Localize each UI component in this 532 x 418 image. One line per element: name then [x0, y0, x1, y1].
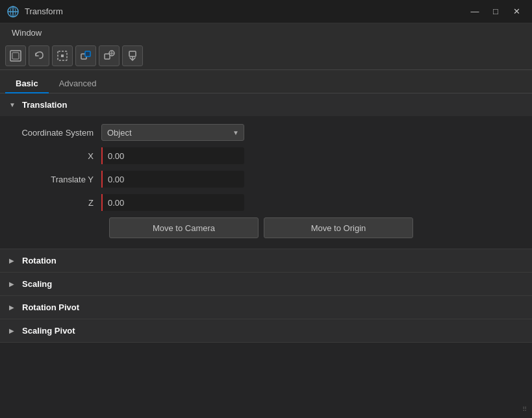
select-tool-button[interactable]	[5, 45, 26, 66]
svg-rect-9	[85, 51, 90, 56]
maximize-button[interactable]: □	[487, 5, 505, 19]
move-down-tool-button[interactable]	[122, 45, 143, 66]
window-title: Transform	[25, 6, 63, 16]
translation-title: Translation	[22, 100, 67, 110]
minimize-button[interactable]: —	[466, 5, 484, 19]
undo-tool-button[interactable]	[29, 45, 49, 66]
scaling-section: Scaling	[0, 273, 532, 296]
z-control	[101, 194, 522, 211]
coordinate-system-select-wrapper: Object World Local Screen ▼	[101, 124, 244, 141]
app-logo	[6, 5, 19, 18]
title-bar: Transform — □ ✕	[0, 0, 532, 23]
translate-y-label: Translate Y	[10, 175, 101, 184]
translation-section: Translation Coordinate System Object Wor…	[0, 93, 532, 249]
menu-bar: Window	[0, 23, 532, 42]
move-to-origin-button[interactable]: Move to Origin	[264, 217, 413, 238]
rotation-chevron	[9, 257, 17, 264]
translation-body: Coordinate System Object World Local Scr…	[0, 116, 532, 249]
coordinate-system-select[interactable]: Object World Local Screen	[101, 124, 244, 141]
toolbar	[0, 42, 532, 70]
select-tool-icon	[10, 50, 21, 62]
tab-basic[interactable]: Basic	[5, 75, 49, 93]
rotation-pivot-section-header[interactable]: Rotation Pivot	[0, 296, 532, 319]
close-button[interactable]: ✕	[507, 5, 526, 19]
move-to-camera-button[interactable]: Move to Camera	[109, 217, 259, 238]
rotation-pivot-chevron	[9, 304, 17, 311]
scaling-chevron	[9, 280, 17, 288]
rotation-title: Rotation	[22, 256, 57, 265]
translate-y-row: Translate Y	[10, 171, 522, 188]
title-bar-left: Transform	[6, 5, 63, 18]
translation-chevron	[9, 101, 17, 108]
coordinate-system-control: Object World Local Screen ▼	[101, 124, 522, 141]
rotation-section-header[interactable]: Rotation	[0, 249, 532, 272]
z-label: Z	[10, 198, 101, 208]
move-object-target-tool-icon	[103, 50, 115, 62]
move-object-target-tool-button[interactable]	[99, 45, 120, 66]
bottom-dots-indicator: ⠿	[522, 406, 527, 413]
scaling-pivot-section: Scaling Pivot	[0, 319, 532, 343]
scaling-title: Scaling	[22, 279, 52, 289]
coordinate-system-row: Coordinate System Object World Local Scr…	[10, 124, 522, 141]
svg-rect-14	[129, 51, 136, 56]
x-control	[101, 147, 522, 164]
z-input[interactable]	[101, 194, 244, 211]
x-row: X	[10, 147, 522, 164]
z-row: Z	[10, 194, 522, 211]
rotation-pivot-title: Rotation Pivot	[22, 302, 79, 312]
svg-rect-5	[12, 53, 19, 59]
scaling-pivot-title: Scaling Pivot	[22, 326, 75, 336]
undo-tool-icon	[33, 50, 45, 62]
x-label: X	[10, 151, 101, 161]
content-area: Translation Coordinate System Object Wor…	[0, 93, 532, 418]
title-bar-controls: — □ ✕	[466, 5, 526, 19]
rotation-section: Rotation	[0, 249, 532, 273]
transform-select-tool-button[interactable]	[52, 45, 73, 66]
x-input[interactable]	[101, 147, 244, 164]
coordinate-system-label: Coordinate System	[10, 128, 101, 138]
svg-rect-7	[61, 55, 64, 57]
rotation-pivot-section: Rotation Pivot	[0, 296, 532, 319]
scaling-pivot-section-header[interactable]: Scaling Pivot	[0, 319, 532, 342]
move-down-tool-icon	[127, 50, 138, 62]
move-object-tool-icon	[80, 50, 92, 62]
transform-select-tool-icon	[57, 50, 68, 62]
translation-section-header[interactable]: Translation	[0, 93, 532, 116]
tabs: Basic Advanced	[0, 70, 532, 93]
translate-y-control	[101, 171, 522, 188]
translation-buttons-row: Move to Camera Move to Origin	[10, 217, 522, 238]
svg-rect-4	[10, 51, 21, 61]
tab-advanced[interactable]: Advanced	[49, 75, 107, 93]
scaling-section-header[interactable]: Scaling	[0, 273, 532, 295]
scaling-pivot-chevron	[9, 327, 17, 334]
translate-y-input[interactable]	[101, 171, 244, 188]
move-object-tool-button[interactable]	[75, 45, 96, 66]
menu-window[interactable]: Window	[6, 27, 47, 39]
